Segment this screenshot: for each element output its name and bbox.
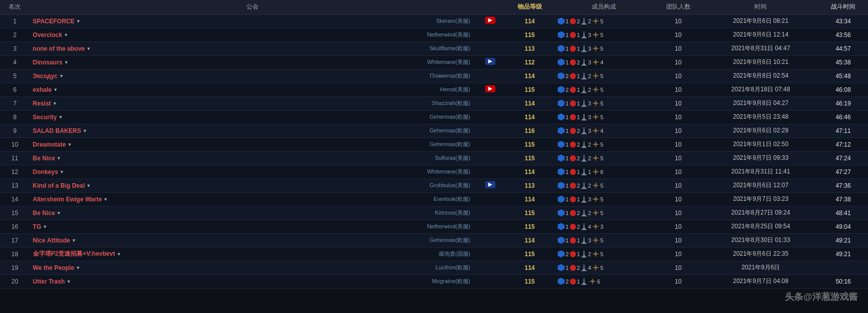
guild-name[interactable]: Nice Attitude bbox=[33, 237, 70, 244]
guild-cell[interactable]: SALAD BAKERS ▼Gehennas(欧服) bbox=[30, 124, 476, 137]
server-name: Gehennas(欧服) bbox=[429, 141, 470, 148]
rank-cell: 5 bbox=[0, 69, 30, 83]
guild-cell[interactable]: Overclock ▼Netherwind(美服) bbox=[30, 28, 476, 42]
guild-cell[interactable]: Security ▼Gehennas(欧服) bbox=[30, 110, 476, 124]
server-name: 蔵地貴(国服) bbox=[439, 250, 470, 258]
guild-name[interactable]: Altersheim Ewige Warte bbox=[33, 196, 102, 203]
guild-name[interactable]: SALAD BAKERS bbox=[33, 127, 81, 134]
youtube-icon[interactable] bbox=[485, 85, 495, 92]
guild-name[interactable]: Be Nice bbox=[33, 155, 55, 162]
tank-icon bbox=[558, 223, 565, 230]
dropdown-arrow-icon[interactable]: ▼ bbox=[67, 142, 72, 147]
dropdown-arrow-icon[interactable]: ▼ bbox=[66, 279, 71, 284]
ranged-dps-icon bbox=[592, 210, 599, 217]
dropdown-arrow-icon[interactable]: ▼ bbox=[43, 224, 47, 229]
time-cell: 2021年9月7日 03:23 bbox=[703, 192, 819, 206]
dropdown-arrow-icon[interactable]: ▼ bbox=[58, 115, 63, 120]
tank-icon bbox=[558, 168, 565, 176]
guild-name[interactable]: Donkeys bbox=[33, 168, 58, 176]
guild-cell[interactable]: Dinosaurs ▼Whitemane(美服) bbox=[30, 55, 476, 69]
guild-name[interactable]: TG bbox=[33, 223, 42, 230]
dropdown-arrow-icon[interactable]: ▼ bbox=[86, 46, 91, 51]
guild-cell[interactable]: Эксодус ▼Пламегор(欧服) bbox=[30, 69, 476, 83]
guild-name[interactable]: Security bbox=[33, 114, 57, 121]
dropdown-arrow-icon[interactable]: ▼ bbox=[117, 252, 121, 257]
guild-name[interactable]: We the People bbox=[33, 264, 75, 271]
guild-cell[interactable]: Kind of a Big Deal ▼Grobbulus(美服) bbox=[30, 179, 476, 192]
ilvl-cell: 114 bbox=[505, 110, 555, 124]
guild-cell[interactable]: SPACEFORCE ▼Skeram(美服) bbox=[30, 14, 476, 28]
dropdown-arrow-icon[interactable]: ▼ bbox=[64, 60, 68, 65]
server-name: Sulfuras(美服) bbox=[435, 154, 471, 162]
guild-cell[interactable]: We the People ▼Lucifron(欧服) bbox=[30, 261, 476, 274]
guild-cell[interactable]: Altersheim Ewige Warte ▼Everlook(欧服) bbox=[30, 192, 476, 206]
melee-dps-icon bbox=[581, 86, 587, 93]
dropdown-arrow-icon[interactable]: ▼ bbox=[86, 183, 91, 188]
dropdown-arrow-icon[interactable]: ▼ bbox=[83, 128, 87, 133]
dropdown-arrow-icon[interactable]: ▼ bbox=[103, 197, 108, 202]
guild-name[interactable]: none of the above bbox=[33, 45, 85, 52]
guild-cell[interactable]: Donkeys ▼Whitemane(美服) bbox=[30, 165, 476, 179]
table-row: 9SALAD BAKERS ▼Gehennas(欧服)1161234102021… bbox=[0, 124, 868, 137]
guild-name[interactable]: Dreamstate bbox=[33, 141, 66, 148]
guild-cell[interactable]: none of the above ▼Skullflame(欧服) bbox=[30, 42, 476, 55]
dropdown-arrow-icon[interactable]: ▼ bbox=[71, 238, 76, 243]
server-name: Пламегор(欧服) bbox=[430, 72, 470, 80]
guild-cell[interactable]: Resist ▼Shazzrah(欧服) bbox=[30, 96, 476, 110]
ilvl-cell: 113 bbox=[505, 179, 555, 192]
guild-name[interactable]: Be Nice bbox=[33, 210, 55, 217]
col-rank: 名次 bbox=[0, 0, 30, 14]
rank-cell: 14 bbox=[0, 192, 30, 206]
col-duration: 战斗时间 bbox=[818, 0, 868, 14]
guild-cell[interactable]: Utter Trash ▼Mograine(欧服) bbox=[30, 274, 476, 288]
youtube-icon[interactable] bbox=[485, 181, 495, 188]
ranged-dps-icon bbox=[589, 278, 596, 285]
guild-cell[interactable]: Be Nice ▼Sulfuras(美服) bbox=[30, 151, 476, 165]
guild-name[interactable]: Overclock bbox=[33, 31, 62, 39]
healer-icon bbox=[570, 18, 576, 24]
guild-name[interactable]: SPACEFORCE bbox=[33, 18, 75, 25]
rank-cell: 7 bbox=[0, 96, 30, 110]
guild-cell[interactable]: 金字塔P2竞速招募+V:hevbevt ▼蔵地貴(国服) bbox=[30, 247, 476, 261]
comp-cell: 2125 bbox=[555, 247, 654, 261]
table-row: 17Nice Attitude ▼Gehennas(欧服)11411351020… bbox=[0, 233, 868, 247]
healer-icon bbox=[570, 73, 576, 79]
guild-cell[interactable]: TG ▼Netherwind(美服) bbox=[30, 220, 476, 233]
guild-name[interactable]: exhale bbox=[33, 86, 52, 93]
guild-name[interactable]: Эксодус bbox=[33, 73, 58, 80]
dropdown-arrow-icon[interactable]: ▼ bbox=[76, 19, 81, 24]
guild-name[interactable]: 金字塔P2竞速招募+V:hevbevt bbox=[33, 250, 115, 258]
duration-cell: 49:04 bbox=[818, 220, 868, 233]
duration-cell: 43:56 bbox=[818, 28, 868, 42]
time-cell: 2021年9月6日 08:21 bbox=[703, 14, 819, 28]
guild-name[interactable]: Dinosaurs bbox=[33, 59, 63, 66]
table-row: 1SPACEFORCE ▼Skeram(美服)1141225102021年9月6… bbox=[0, 14, 868, 28]
members-cell: 10 bbox=[654, 14, 703, 28]
dropdown-arrow-icon[interactable]: ▼ bbox=[60, 169, 64, 175]
youtube-icon[interactable] bbox=[485, 17, 495, 24]
dropdown-arrow-icon[interactable]: ▼ bbox=[57, 156, 61, 161]
guild-name[interactable]: Kind of a Big Deal bbox=[33, 182, 85, 189]
guild-name[interactable]: Resist bbox=[33, 100, 51, 107]
guild-cell[interactable]: Be Nice ▼Kirtonos(美服) bbox=[30, 206, 476, 220]
dropdown-arrow-icon[interactable]: ▼ bbox=[53, 101, 57, 106]
dropdown-arrow-icon[interactable]: ▼ bbox=[59, 74, 64, 79]
duration-cell: 46:08 bbox=[818, 83, 868, 96]
video-icon-cell bbox=[475, 151, 505, 165]
comp-cell: 1135 bbox=[555, 110, 654, 124]
dropdown-arrow-icon[interactable]: ▼ bbox=[53, 87, 58, 92]
tank-icon bbox=[558, 196, 565, 203]
guild-name[interactable]: Utter Trash bbox=[33, 278, 65, 285]
healer-icon bbox=[570, 196, 576, 202]
rank-cell: 20 bbox=[0, 274, 30, 288]
dropdown-arrow-icon[interactable]: ▼ bbox=[57, 211, 61, 216]
dropdown-arrow-icon[interactable]: ▼ bbox=[76, 265, 80, 270]
guild-cell[interactable]: Dreamstate ▼Gehennas(欧服) bbox=[30, 137, 476, 151]
guild-cell[interactable]: Nice Attitude ▼Gehennas(欧服) bbox=[30, 233, 476, 247]
guild-cell[interactable]: exhale ▼Herod(美服) bbox=[30, 83, 476, 96]
comp-cell: 1225 bbox=[555, 179, 654, 192]
youtube-icon[interactable] bbox=[485, 58, 495, 65]
dropdown-arrow-icon[interactable]: ▼ bbox=[64, 32, 68, 38]
members-cell: 10 bbox=[654, 124, 703, 137]
ranged-dps-icon bbox=[592, 155, 599, 162]
